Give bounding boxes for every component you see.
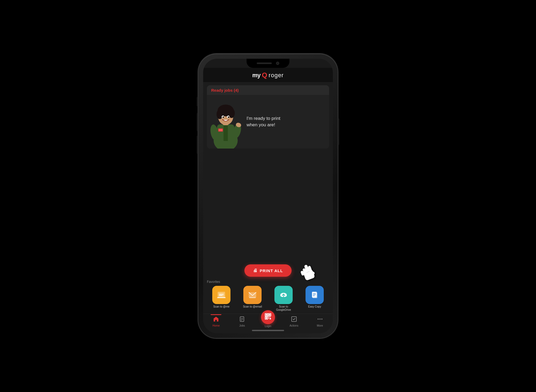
nav-jobs[interactable]: Jobs — [229, 316, 255, 327]
print-icon: 🖨 — [253, 268, 258, 273]
svg-point-11 — [220, 106, 225, 113]
logo-roger: roger — [269, 72, 284, 79]
favorites-grid: Scan to @me Scan to @email — [207, 286, 329, 312]
actions-icon — [291, 316, 297, 324]
svg-point-60 — [321, 319, 322, 320]
home-icon — [213, 316, 219, 324]
svg-rect-29 — [217, 297, 226, 298]
svg-rect-54 — [270, 317, 270, 317]
ready-jobs-title: Ready jobs (4) — [211, 88, 239, 93]
scan-to-me-label: Scan to @me — [213, 305, 230, 308]
nav-home[interactable]: Home — [203, 316, 229, 327]
scan-to-google-label: Scan toGoogleDrive — [276, 305, 291, 312]
svg-point-59 — [319, 319, 321, 320]
svg-rect-18 — [219, 129, 222, 131]
svg-rect-57 — [292, 317, 296, 321]
front-camera — [276, 62, 279, 65]
nav-actions[interactable]: Actions — [281, 316, 307, 327]
home-bar — [252, 330, 284, 331]
fav-easy-copy[interactable]: Easy Copy — [300, 286, 329, 312]
actions-nav-label: Actions — [289, 324, 298, 327]
svg-point-12 — [226, 105, 232, 113]
svg-rect-48 — [266, 314, 267, 316]
print-all-label: PRINT ALL — [260, 268, 283, 273]
svg-rect-56 — [270, 318, 271, 319]
app-header: my Q roger — [203, 68, 333, 82]
ready-message-text: I'm ready to print when you are! — [247, 116, 280, 127]
nav-more[interactable]: More — [307, 316, 333, 327]
svg-point-15 — [222, 116, 224, 118]
svg-rect-23 — [300, 271, 305, 276]
notch — [247, 59, 289, 68]
ready-jobs-body: I'm ready to print when you are! — [207, 95, 329, 149]
bottom-nav: Home Jobs — [203, 314, 333, 329]
login-nav-label: Login — [265, 325, 271, 328]
nav-login[interactable]: Login — [255, 316, 281, 328]
svg-rect-22 — [302, 268, 307, 275]
svg-rect-20 — [304, 264, 310, 273]
easy-copy-icon-box — [306, 286, 324, 304]
favorites-section: Favorites — [203, 280, 333, 314]
easy-copy-label: Easy Copy — [308, 305, 321, 308]
scan-to-email-label: Scan to @email — [243, 305, 262, 308]
fav-scan-to-me[interactable]: Scan to @me — [207, 286, 236, 312]
home-indicator — [203, 329, 333, 333]
svg-line-25 — [307, 271, 310, 272]
logo-my: my — [252, 72, 260, 79]
ready-jobs-header: Ready jobs (4) — [207, 85, 329, 95]
fav-scan-to-email[interactable]: Scan to @email — [238, 286, 267, 312]
home-nav-label: Home — [213, 324, 220, 327]
svg-point-16 — [228, 116, 229, 118]
scan-to-me-icon-box — [212, 286, 230, 304]
print-all-container: 🖨 PRINT ALL — [203, 264, 333, 277]
power-button — [338, 118, 339, 145]
print-all-button[interactable]: 🖨 PRINT ALL — [244, 264, 292, 277]
logo-q-icon: Q — [262, 71, 267, 79]
svg-rect-50 — [269, 314, 270, 316]
fav-scan-to-google[interactable]: Scan toGoogleDrive — [269, 286, 298, 312]
svg-rect-43 — [240, 317, 244, 321]
svg-rect-24 — [310, 272, 315, 275]
svg-rect-19 — [303, 269, 315, 281]
svg-rect-33 — [249, 297, 256, 298]
svg-rect-53 — [268, 317, 269, 317]
app-logo: my Q roger — [252, 71, 284, 79]
ready-jobs-section: Ready jobs (4) — [207, 85, 329, 149]
speaker — [257, 62, 272, 64]
scan-to-email-icon-box — [243, 286, 262, 304]
character-illustration — [207, 95, 244, 149]
svg-rect-55 — [268, 318, 269, 319]
jobs-nav-label: Jobs — [239, 324, 245, 327]
svg-point-58 — [318, 319, 319, 320]
login-button-circle[interactable] — [261, 310, 275, 324]
svg-rect-2 — [224, 125, 228, 141]
svg-rect-21 — [308, 265, 312, 272]
phone-mockup: my Q roger Ready jobs (4) — [198, 54, 338, 338]
jobs-icon — [239, 316, 245, 324]
scan-to-google-icon-box — [274, 286, 293, 304]
favorites-label: Favorites — [207, 280, 329, 284]
more-nav-label: More — [317, 324, 323, 327]
ready-message: I'm ready to print when you are! — [244, 111, 329, 132]
login-qr-icon — [265, 313, 271, 321]
more-icon — [317, 316, 323, 324]
app-content: my Q roger Ready jobs (4) — [203, 68, 333, 333]
phone-screen: my Q roger Ready jobs (4) — [203, 59, 333, 333]
svg-rect-52 — [266, 317, 267, 319]
